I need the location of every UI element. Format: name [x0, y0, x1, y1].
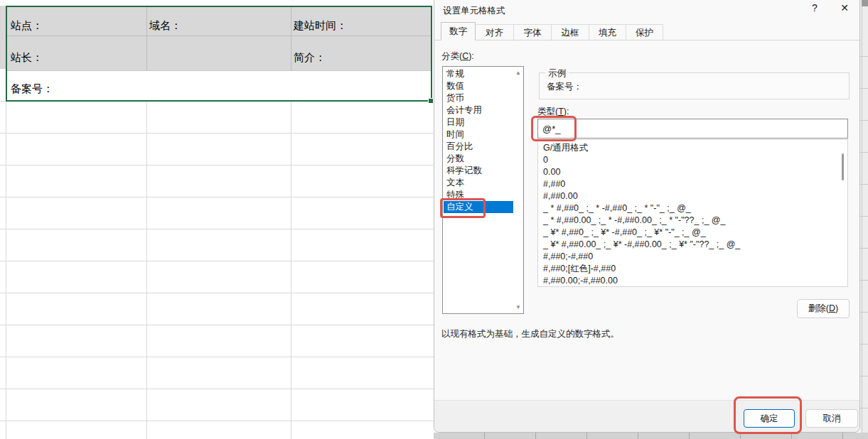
delete-button-text: )	[835, 303, 838, 313]
category-list-item[interactable]: 科学记数	[444, 165, 513, 177]
category-list-item[interactable]: 百分比	[444, 141, 513, 153]
category-list-item[interactable]: 货币	[444, 92, 513, 104]
row-divider	[7, 70, 431, 71]
format-code-item[interactable]: #,##0.00;-#,##0.00	[539, 275, 840, 287]
category-list-item[interactable]: 会计专用	[444, 104, 513, 116]
ok-button[interactable]: 确定	[744, 409, 795, 428]
hint-text: 以现有格式为基础，生成自定义的数字格式。	[441, 328, 619, 340]
sample-value: 备案号：	[547, 81, 582, 93]
dialog-title: 设置单元格格式	[443, 5, 505, 17]
type-label-text: ):	[564, 107, 569, 116]
sheet-gridlines-horizontal	[0, 102, 434, 439]
type-label-text: 类型(	[537, 107, 558, 116]
scrollbar-thumb[interactable]	[842, 153, 844, 180]
cell-build-time-label[interactable]: 建站时间：	[294, 19, 347, 33]
cell-webmaster-label[interactable]: 站长：	[11, 51, 43, 65]
category-list-item[interactable]: 自定义	[444, 201, 513, 213]
tab-number[interactable]: 数字	[441, 22, 476, 40]
sheet-left-sliver-shaded	[0, 6, 6, 69]
category-label-accesskey: C	[462, 51, 468, 61]
spreadsheet[interactable]: 站点： 域名： 建站时间： 站长： 简介： 备案号：	[0, 0, 434, 439]
delete-button-accesskey: D	[829, 303, 835, 313]
sheet-gridline-vertical	[146, 102, 147, 439]
category-list-item[interactable]: 数值	[444, 80, 513, 92]
sheet-bottom-sliver	[434, 433, 868, 439]
category-label: 分类(C):	[441, 50, 474, 63]
tab-fill[interactable]: 填充	[589, 24, 626, 40]
category-list: 常规 数值 货币 会计专用 日期 时间 百分比 分数 科学记数	[444, 68, 513, 213]
cell-domain-label[interactable]: 域名：	[149, 19, 181, 33]
type-label: 类型(T):	[537, 106, 569, 118]
row-divider	[7, 36, 431, 36]
format-code-item[interactable]: #,##0.00	[539, 190, 840, 202]
format-code-item[interactable]: 0	[539, 154, 840, 166]
delete-button-text: 删除(	[808, 303, 829, 313]
dialog-footer	[434, 400, 859, 432]
cell-divider	[146, 7, 147, 70]
sheet-gridlines-horizontal	[860, 25, 868, 433]
category-list-item[interactable]: 常规	[444, 68, 513, 80]
format-code-item[interactable]: #,##0	[539, 178, 840, 190]
format-code-item[interactable]: 0.00	[539, 166, 840, 178]
format-code-item[interactable]: #,##0;-#,##0	[539, 251, 840, 263]
category-list-item[interactable]: 分数	[444, 153, 513, 165]
scrollbar-fragment	[862, 0, 868, 6]
format-code-listbox[interactable]: G/通用格式 0 0.00 #,##0 #,##0.00 _ * #,##0_ …	[537, 139, 848, 287]
cell-record-number-label[interactable]: 备案号：	[11, 82, 53, 96]
tab-alignment[interactable]: 对齐	[476, 24, 514, 40]
category-list-item[interactable]: 文本	[444, 177, 513, 189]
sheet-left-sliver	[0, 69, 6, 102]
tab-font[interactable]: 字体	[514, 24, 552, 40]
cell-divider	[291, 7, 291, 70]
type-label-accesskey: T	[558, 107, 564, 116]
category-list-item[interactable]: 时间	[444, 129, 513, 141]
selected-range[interactable]: 站点： 域名： 建站时间： 站长： 简介： 备案号：	[6, 6, 432, 102]
category-label-text: 分类(	[441, 51, 462, 61]
delete-button[interactable]: 删除(D)	[797, 299, 850, 318]
tab-border[interactable]: 边框	[552, 24, 589, 40]
format-cells-dialog: 设置单元格格式 ? ✕ 数字 对齐 字体 边框 填充 保护 分类(C): 常规 …	[434, 0, 860, 433]
format-code-item[interactable]: _ * #,##0.00_ ;_ * -#,##0.00_ ;_ * "-"??…	[539, 215, 840, 227]
cancel-button[interactable]: 取消	[805, 409, 858, 428]
category-list-item[interactable]: 日期	[444, 116, 513, 129]
sheet-gridline-vertical	[291, 102, 291, 439]
format-code-list: G/通用格式 0 0.00 #,##0 #,##0.00 _ * #,##0_ …	[539, 142, 840, 287]
row-1-shading	[7, 7, 431, 36]
format-code-item[interactable]: _ ¥* #,##0.00_ ;_ ¥* -#,##0.00_ ;_ ¥* "-…	[539, 239, 840, 251]
sheet-gridline-vertical	[6, 102, 6, 439]
format-code-item[interactable]: #,##0;[红色]-#,##0	[539, 263, 840, 275]
format-code-item[interactable]: G/通用格式	[539, 142, 840, 154]
sample-group-label: 示例	[545, 67, 569, 80]
format-code-item[interactable]: _ * #,##0_ ;_ * -#,##0_ ;_ * "-"_ ;_ @_	[539, 202, 840, 215]
format-code-item[interactable]: _ ¥* #,##0_ ;_ ¥* -#,##0_ ;_ ¥* "-"_ ;_ …	[539, 227, 840, 239]
type-input[interactable]	[537, 119, 848, 139]
category-list-item[interactable]: 特殊	[444, 189, 513, 201]
sheet-right-sliver	[860, 0, 868, 433]
category-label-text: ):	[468, 51, 474, 61]
sample-groupbox: 示例 备案号：	[539, 72, 850, 99]
cell-site-label[interactable]: 站点：	[11, 19, 43, 33]
screen: 站点： 域名： 建站时间： 站长： 简介： 备案号： 设置单元格格式 ? ✕ 数…	[0, 0, 868, 439]
row-2-shading	[7, 36, 431, 70]
selection-fill-handle[interactable]	[428, 98, 434, 104]
category-listbox[interactable]: 常规 数值 货币 会计专用 日期 时间 百分比 分数 科学记数	[442, 66, 524, 314]
scrollbar-up-icon[interactable]: ▲	[515, 70, 522, 76]
scrollbar-down-icon[interactable]: ▼	[515, 304, 522, 310]
row-3-background	[7, 70, 431, 100]
help-icon[interactable]: ?	[808, 2, 822, 13]
tab-strip-underline	[434, 40, 859, 40]
close-icon[interactable]: ✕	[837, 2, 852, 13]
cell-intro-label[interactable]: 简介：	[294, 51, 326, 65]
tab-protection[interactable]: 保护	[626, 24, 663, 40]
